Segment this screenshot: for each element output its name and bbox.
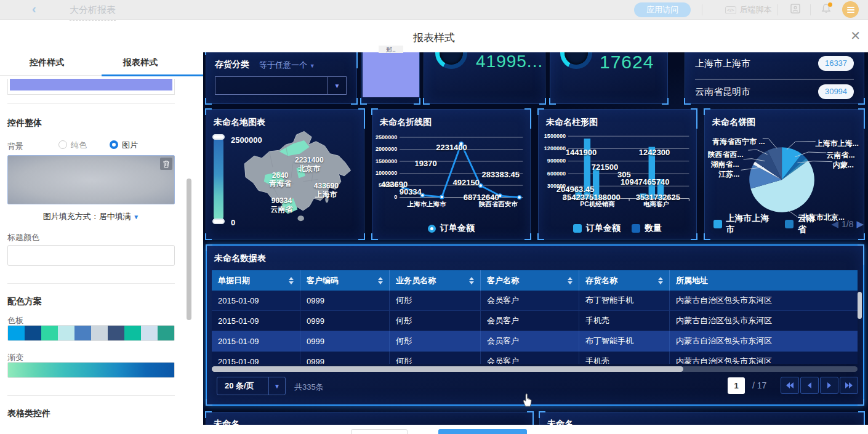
table-row[interactable]: 2015-01-090999何彤会员客户布丁智能手机内蒙古自治区包头市东河区 [212, 291, 858, 311]
ranking-widget[interactable]: 上海市上海市 16337 云南省昆明市 30994 [685, 52, 864, 104]
section-table-controls-title: 表格类控件 [7, 408, 50, 419]
page-number-input[interactable]: 1 [728, 377, 745, 394]
backend-script-button[interactable]: </> 后端脚本 [725, 4, 772, 15]
sort-icon[interactable] [658, 277, 663, 284]
modal-footer [0, 425, 868, 434]
table-column-header[interactable]: 客户名称 [481, 270, 579, 291]
divider [695, 79, 854, 79]
map-chart-widget[interactable]: 未命名地图表 2500000 0 2231400北京市2640青海省433690… [206, 109, 364, 239]
legend-item[interactable]: 云南省 [785, 213, 822, 235]
scrollbar-thumb[interactable] [212, 366, 683, 372]
contact-card-icon[interactable] [790, 3, 801, 17]
cancel-button[interactable] [351, 429, 408, 434]
pie-pager[interactable]: ◀1/8▶ [831, 219, 864, 230]
sort-icon[interactable] [469, 277, 474, 284]
divider [7, 395, 175, 396]
table-column-header[interactable]: 单据日期 [212, 270, 300, 291]
map-color-scale[interactable] [214, 137, 223, 222]
trash-icon[interactable] [160, 158, 172, 170]
pie-callout-label: 青海省西宁市 ... [712, 137, 765, 147]
table-row[interactable]: 2015-01-090999何彤会员客户手机壳内蒙古自治区包头市东河区 [212, 352, 858, 364]
palette-swatch[interactable] [91, 326, 108, 340]
data-table-widget[interactable]: 未命名数据表 单据日期客户编码业务员名称客户名称存货名称所属地址 2015-01… [206, 244, 864, 406]
image-fill-mode[interactable]: 图片填充方式：居中填满 ▼ [0, 211, 182, 222]
palette-bar[interactable] [7, 325, 175, 341]
table-column-header[interactable]: 客户编码 [300, 270, 390, 291]
palette-swatch[interactable] [74, 326, 91, 340]
close-icon[interactable]: ✕ [850, 28, 861, 43]
rank-name: 云南省昆明市 [695, 86, 750, 98]
table-column-header[interactable]: 业务员名称 [390, 270, 481, 291]
svg-text:1500000: 1500000 [544, 133, 566, 139]
chart-legend[interactable]: 上海市上海市云南省◀1/8▶ [705, 213, 864, 235]
sort-icon[interactable] [568, 277, 573, 284]
radio-image-option[interactable]: 图片 [110, 140, 138, 151]
palette-swatch[interactable] [25, 326, 41, 340]
next-page-button[interactable] [820, 377, 838, 394]
vertical-scrollbar-thumb[interactable] [858, 292, 862, 319]
color-swatch-box[interactable] [7, 79, 175, 95]
chevron-down-icon[interactable]: ▼ [268, 377, 285, 395]
svg-text:1500000: 1500000 [376, 158, 397, 164]
table-row[interactable]: 2015-01-090999何彤会员客户布丁智能手机内蒙古自治区包头市东河区 [212, 331, 858, 352]
palette-swatch[interactable] [58, 326, 74, 340]
filter-operator[interactable]: 等于任意一个 ▼ [259, 60, 315, 71]
partial-bar-widget[interactable] [361, 52, 420, 104]
tab-control-style[interactable]: 控件样式 [30, 57, 64, 68]
app-access-button[interactable]: 应用访问 [634, 2, 691, 17]
legend-item[interactable]: 订单金额 [428, 223, 475, 234]
pie-chart-widget[interactable]: 未命名饼图 青海省西宁市 ...陕西省西...湖南省...江苏...上海市上海.… [704, 109, 864, 239]
legend-item[interactable]: 订单金额 [573, 223, 621, 234]
first-page-button[interactable] [781, 377, 799, 394]
chevron-down-icon[interactable]: ▼ [328, 77, 346, 94]
table-row[interactable]: 2015-01-090999何彤会员客户手机壳内蒙古自治区包头市东河区 [212, 311, 858, 331]
palette-swatch[interactable] [41, 326, 58, 340]
chart-legend[interactable]: 订单金额 [372, 223, 530, 234]
scale-handle[interactable] [212, 134, 225, 140]
palette-swatch[interactable] [8, 326, 25, 340]
table-cell: 2015-01-09 [212, 331, 300, 352]
table-cell: 内蒙古自治区包头市东河区 [670, 311, 858, 331]
palette-swatch[interactable] [141, 326, 158, 340]
legend-item[interactable]: 数量 [632, 223, 662, 234]
last-page-button[interactable] [840, 377, 858, 394]
background-image-preview[interactable] [7, 155, 175, 204]
line-chart-widget[interactable]: 未命名折线图 250000020000001500000100000050000… [372, 109, 531, 239]
code-icon: </> [725, 6, 736, 14]
gauge-widget-2[interactable]: 17624 [550, 52, 668, 104]
gauge-widget-1[interactable]: 41995... [424, 52, 545, 104]
table-column-header[interactable]: 存货名称 [579, 270, 670, 291]
sort-icon[interactable] [289, 277, 294, 284]
next-icon[interactable]: ▶ [856, 219, 864, 230]
radio-solid-option[interactable]: 纯色 [58, 140, 87, 151]
legend-item[interactable]: 上海市上海市 [713, 213, 776, 235]
bar-chart-widget[interactable]: 未命名柱形图 150000012000009000006000003000000… [538, 109, 697, 239]
gauge-ring [560, 52, 592, 69]
data-table: 单据日期客户编码业务员名称客户名称存货名称所属地址 2015-01-090999… [212, 270, 858, 364]
chart-legend[interactable]: 订单金额数量 [539, 223, 696, 234]
gradient-bar[interactable] [7, 362, 175, 378]
title-color-input[interactable] [7, 245, 175, 266]
prev-icon[interactable]: ◀ [831, 219, 838, 230]
avatar[interactable] [842, 1, 859, 18]
palette-swatch[interactable] [124, 326, 141, 340]
palette-swatch[interactable] [158, 326, 174, 340]
page-size-select[interactable]: 20 条/页 ▼ [217, 377, 286, 395]
back-icon[interactable]: ‹ [32, 2, 36, 16]
scale-handle[interactable] [212, 219, 225, 224]
data-label: 68712640 [464, 193, 499, 202]
pager-text: 1/8 [842, 219, 853, 229]
table-cell: 会员客户 [481, 352, 579, 364]
confirm-button[interactable] [438, 429, 527, 434]
horizontal-scrollbar[interactable] [212, 366, 858, 372]
prev-page-button[interactable] [800, 377, 819, 394]
sidebar-scrollbar[interactable] [187, 179, 191, 320]
divider [702, 4, 702, 15]
modal-header: 报表样式 ✕ [0, 20, 868, 52]
tab-report-style[interactable]: 报表样式 [123, 57, 158, 68]
table-column-header[interactable]: 所属地址 [670, 270, 858, 291]
filter-select-input[interactable]: ▼ [215, 76, 347, 95]
filter-widget[interactable]: 存货分类 等于任意一个 ▼ ▼ [206, 52, 357, 104]
sort-icon[interactable] [378, 277, 383, 284]
palette-swatch[interactable] [108, 326, 124, 340]
